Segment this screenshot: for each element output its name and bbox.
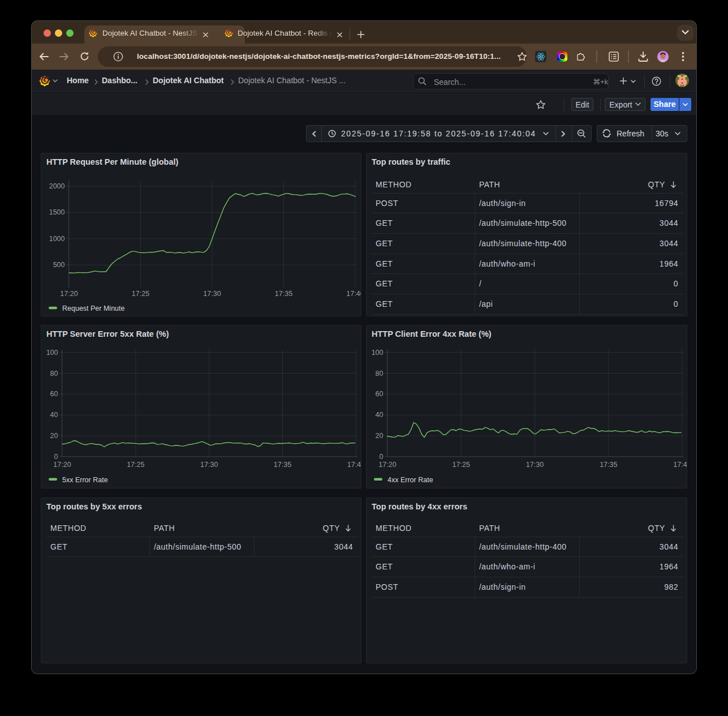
svg-text:100: 100 <box>46 349 58 357</box>
svg-text:80: 80 <box>50 370 58 378</box>
svg-text:17:30: 17:30 <box>203 290 221 298</box>
svg-text:17:35: 17:35 <box>600 461 617 469</box>
svg-text:2000: 2000 <box>49 182 65 190</box>
svg-text:17:25: 17:25 <box>132 290 149 298</box>
svg-text:17:20: 17:20 <box>53 461 71 469</box>
svg-text:500: 500 <box>53 261 65 269</box>
svg-text:100: 100 <box>372 349 384 357</box>
svg-text:17:40: 17:40 <box>346 290 361 298</box>
svg-text:17:35: 17:35 <box>274 461 291 469</box>
svg-text:17:20: 17:20 <box>378 461 396 469</box>
svg-text:4xx Error Rate: 4xx Error Rate <box>387 476 433 484</box>
svg-text:17:30: 17:30 <box>526 461 544 469</box>
svg-text:5xx Error Rate: 5xx Error Rate <box>62 476 108 484</box>
svg-text:17:25: 17:25 <box>127 461 144 469</box>
svg-text:Request Per Minute: Request Per Minute <box>62 305 125 312</box>
svg-text:17:30: 17:30 <box>200 461 218 469</box>
svg-text:17:40: 17:40 <box>673 461 687 469</box>
svg-text:17:35: 17:35 <box>275 290 292 298</box>
svg-text:0: 0 <box>380 453 384 461</box>
svg-text:17:40: 17:40 <box>347 461 361 469</box>
svg-text:20: 20 <box>50 432 58 440</box>
svg-text:0: 0 <box>54 453 58 461</box>
svg-text:40: 40 <box>376 411 384 419</box>
svg-text:60: 60 <box>50 390 58 398</box>
svg-text:40: 40 <box>50 411 58 419</box>
svg-text:20: 20 <box>376 432 384 440</box>
svg-text:80: 80 <box>376 370 384 378</box>
svg-text:1000: 1000 <box>49 235 65 243</box>
svg-text:1500: 1500 <box>49 208 65 216</box>
svg-text:60: 60 <box>376 390 384 398</box>
svg-text:17:25: 17:25 <box>453 461 470 469</box>
svg-text:17:20: 17:20 <box>60 290 77 298</box>
